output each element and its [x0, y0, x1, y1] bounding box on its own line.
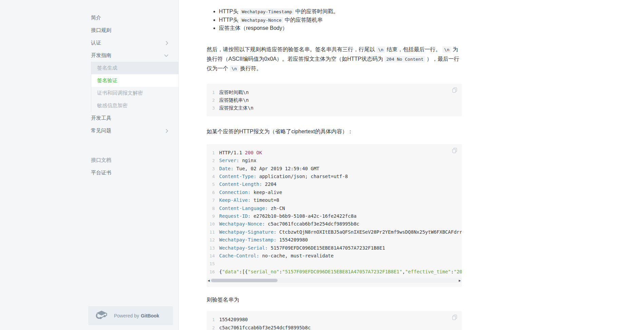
code-text: Request-ID: e2762b10-b6b9-5108-a42c-16fe…	[215, 212, 462, 220]
scrollbar-right-arrow-icon[interactable]: ▶	[458, 278, 461, 283]
sidebar-item-4[interactable]: 签名生成	[91, 62, 178, 74]
gitbook-brand: GitBook	[141, 313, 159, 318]
line-number: 1	[207, 149, 215, 157]
copy-icon[interactable]	[452, 87, 457, 93]
code-line: 15	[207, 260, 462, 268]
bullet-item: 应答主体（response Body）	[219, 24, 462, 32]
paragraph-sign-rules: 然后，请按照以下规则构造应答的验签名串。签名串共有三行，行尾以 \n 结束，包括…	[207, 45, 462, 73]
scrollbar-thumb[interactable]	[211, 279, 278, 282]
code-text: Cache-Control: no-cache, must-revalidate	[215, 252, 462, 260]
code-text: Content-Language: zh-CN	[215, 205, 462, 212]
sidebar-item-label: 签名生成	[97, 65, 117, 71]
code-line: 2Server: nginx	[207, 157, 462, 164]
sidebar: 简介接口规则认证开发指南签名生成签名验证证书和回调报文解密敏感信息加密开发工具常…	[0, 0, 179, 330]
code-block-sign-string: 1应答时间戳\n2应答随机串\n3应答报文主体\n	[207, 84, 462, 116]
sidebar-item-label: 开发指南	[91, 52, 111, 59]
code-text	[215, 260, 462, 268]
text-segment: 换行符。	[239, 65, 262, 71]
code-line: 5Content-Length: 2204	[207, 180, 462, 188]
sidebar-item-label: 敏感信息加密	[97, 102, 128, 109]
code-text: Date: Tue, 02 Apr 2019 12:59:40 GMT	[215, 165, 462, 173]
code-line: 11Wechatpay-Signature: CtcbzwtQjN8rnOXIt…	[207, 228, 462, 236]
sidebar-item-label: 常见问题	[91, 128, 111, 134]
line-number: 6	[207, 189, 215, 196]
copy-icon[interactable]	[452, 148, 457, 153]
code-line: 12Wechatpay-Timestamp: 1554209980	[207, 236, 462, 244]
text-segment: 中的应答随机串	[283, 17, 323, 23]
main-content: HTTP头 Wechatpay-Timestamp 中的应答时间戳。HTTP头 …	[179, 0, 644, 330]
line-number: 2	[207, 157, 215, 164]
sidebar-item-6[interactable]: 证书和回调报文解密	[91, 87, 178, 99]
inline-code: Wechatpay-Nonce	[240, 17, 283, 23]
code-lines: 115542099802c5ac7061fccab6bf3e254dcf9899…	[207, 316, 462, 330]
code-text: Keep-Alive: timeout=8	[215, 196, 462, 204]
code-line: 14Cache-Control: no-cache, must-revalida…	[207, 252, 462, 260]
text-segment: 结束，包括最后一行。	[385, 46, 442, 52]
sidebar-item-0[interactable]: 简介	[91, 12, 178, 24]
text-segment: 应答主体（response Body）	[219, 25, 288, 31]
inline-code: \n	[442, 46, 451, 53]
code-text: 应答时间戳\n	[215, 89, 462, 96]
sidebar-item-3[interactable]: 开发指南	[91, 49, 178, 62]
text-segment: 然后，请按照以下规则构造应答的验签名串。签名串共有三行，行尾以	[207, 46, 376, 52]
code-block-http-response: 1HTTP/1.1 200 OK2Server: nginx3Date: Tue…	[207, 144, 462, 287]
sidebar-item-8[interactable]: 开发工具	[91, 112, 178, 124]
chevron-right-icon	[166, 41, 168, 45]
sidebar-item-1[interactable]: 接口规则	[91, 24, 178, 37]
powered-by-gitbook-badge[interactable]: Powered by GitBook	[88, 306, 173, 325]
code-line: 3应答报文主体\n	[207, 104, 462, 112]
code-text: Server: nginx	[215, 157, 462, 164]
inline-code: \n	[376, 46, 385, 53]
inline-code: 204 No Content	[384, 56, 425, 62]
code-line: 6Connection: keep-alive	[207, 189, 462, 196]
code-text: Wechatpay-Signature: CtcbzwtQjN8rnOXItEB…	[215, 228, 462, 236]
chevron-down-icon	[164, 54, 168, 57]
line-number: 11	[207, 228, 215, 236]
paragraph-result-intro: 则验签名串为	[207, 295, 462, 304]
horizontal-scrollbar[interactable]: ◀ ▶	[207, 278, 462, 283]
code-lines: 1HTTP/1.1 200 OK2Server: nginx3Date: Tue…	[207, 149, 462, 276]
powered-by-text: Powered by	[114, 313, 139, 318]
scrollbar-left-arrow-icon[interactable]: ◀	[207, 278, 210, 283]
code-line: 9Request-ID: e2762b10-b6b9-5108-a42c-16f…	[207, 212, 462, 220]
line-number: 10	[207, 220, 215, 228]
sidebar-item-label: 认证	[91, 40, 101, 46]
text-segment: 则验签名串为	[207, 297, 239, 303]
sidebar-item-11[interactable]: 平台证书	[91, 167, 178, 179]
line-number: 7	[207, 196, 215, 204]
inline-code: Wechatpay-Timestamp	[240, 8, 294, 15]
sidebar-item-label: 平台证书	[91, 170, 111, 176]
sidebar-item-2[interactable]: 认证	[91, 37, 178, 49]
code-line: 3Date: Tue, 02 Apr 2019 12:59:40 GMT	[207, 165, 462, 173]
paragraph-example-intro: 如某个应答的HTTP报文为（省略了ciphertext的具体内容）：	[207, 127, 462, 136]
line-number: 2	[207, 96, 215, 104]
code-line: 7Keep-Alive: timeout=8	[207, 196, 462, 204]
sidebar-item-label: 接口文档	[91, 157, 111, 163]
copy-icon[interactable]	[452, 314, 457, 320]
gitbook-logo-icon	[96, 310, 108, 321]
sidebar-nav: 简介接口规则认证开发指南签名生成签名验证证书和回调报文解密敏感信息加密开发工具常…	[91, 12, 178, 179]
sidebar-item-label: 开发工具	[91, 115, 111, 121]
line-number: 4	[207, 173, 215, 180]
line-number: 1	[207, 316, 215, 324]
code-lines: 1应答时间戳\n2应答随机串\n3应答报文主体\n	[207, 89, 462, 112]
sidebar-submenu: 签名生成签名验证证书和回调报文解密敏感信息加密	[91, 62, 178, 112]
sidebar-item-5[interactable]: 签名验证	[91, 74, 178, 87]
code-text: Wechatpay-Timestamp: 1554209980	[215, 236, 462, 244]
sidebar-item-7[interactable]: 敏感信息加密	[91, 99, 178, 112]
article: HTTP头 Wechatpay-Timestamp 中的应答时间戳。HTTP头 …	[207, 0, 462, 330]
line-number: 1	[207, 89, 215, 96]
line-number: 15	[207, 260, 215, 268]
code-text: 1554209980	[215, 316, 462, 324]
line-number: 8	[207, 205, 215, 212]
sidebar-item-10: 接口文档	[91, 154, 178, 167]
bullet-list: HTTP头 Wechatpay-Timestamp 中的应答时间戳。HTTP头 …	[207, 7, 462, 32]
sidebar-item-9[interactable]: 常见问题	[91, 124, 178, 137]
code-line: 1应答时间戳\n	[207, 89, 462, 96]
text-segment: HTTP头	[219, 17, 240, 23]
line-number: 5	[207, 180, 215, 188]
line-number: 3	[207, 104, 215, 112]
code-line: 2应答随机串\n	[207, 96, 462, 104]
code-line: 10Wechatpay-Nonce: c5ac7061fccab6bf3e254…	[207, 220, 462, 228]
code-text: Wechatpay-Serial: 5157F09EFDC096DE15EBE8…	[215, 244, 462, 252]
